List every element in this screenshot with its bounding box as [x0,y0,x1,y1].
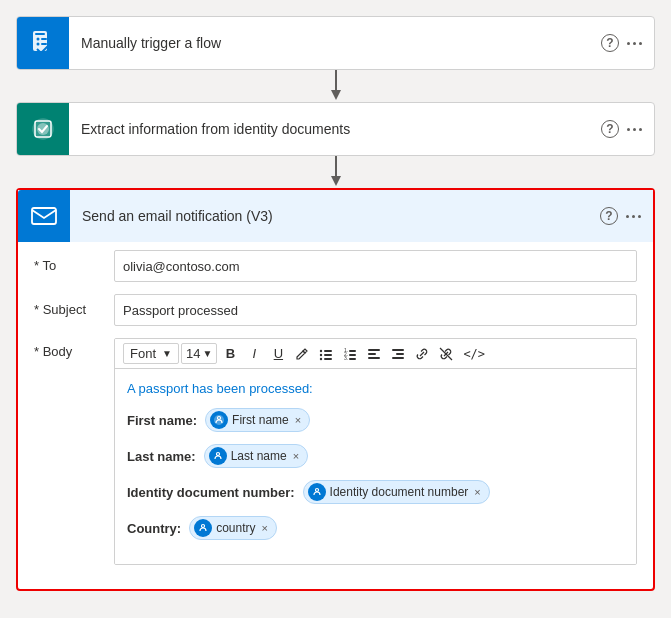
svg-rect-18 [324,354,332,356]
arrow-1 [326,70,346,102]
svg-point-36 [315,489,318,492]
id-number-token-text: Identity document number [330,485,469,499]
unlink-button[interactable] [435,345,457,363]
first-name-token-close[interactable]: × [295,414,301,426]
bold-button[interactable]: B [219,344,241,363]
svg-rect-30 [396,353,404,355]
font-select[interactable]: Font ▼ [123,343,179,364]
arrow-2 [326,156,346,188]
email-card-header: Send an email notification (V3) ? [18,190,653,242]
trigger-actions: ? [601,34,654,52]
extract-actions: ? [601,120,654,138]
svg-rect-25 [349,358,356,360]
svg-point-16 [320,357,322,359]
svg-rect-4 [41,38,47,40]
body-label: * Body [34,338,114,359]
svg-rect-19 [324,358,332,360]
svg-rect-24 [349,354,356,356]
svg-rect-13 [32,208,56,224]
extract-help-icon[interactable]: ? [601,120,619,138]
country-token-close[interactable]: × [262,522,268,534]
svg-point-14 [320,349,322,351]
svg-rect-5 [41,43,47,45]
svg-text:3.: 3. [344,355,348,361]
svg-point-15 [320,353,322,355]
svg-point-3 [37,43,40,46]
id-number-row: Identity document number: Identity docum… [127,480,624,504]
svg-rect-23 [349,350,356,352]
email-icon [18,190,70,242]
underline-button[interactable]: U [267,344,289,363]
ordered-list-button[interactable]: 1.2.3. [339,345,361,363]
email-card: Send an email notification (V3) ? * To *… [16,188,655,591]
first-name-label: First name: [127,413,197,428]
svg-rect-29 [392,349,404,351]
svg-rect-27 [368,353,376,355]
last-name-token-icon [209,447,227,465]
last-name-label: Last name: [127,449,196,464]
email-title: Send an email notification (V3) [70,208,600,224]
size-dropdown-arrow: ▼ [202,348,212,359]
svg-rect-31 [392,357,404,359]
country-label: Country: [127,521,181,536]
pen-button[interactable] [291,345,313,363]
body-row: * Body Font ▼ 14 ▼ B I U [34,338,637,565]
bullet-list-button[interactable] [315,345,337,363]
body-intro-text: A passport has been processed: [127,381,624,396]
size-select[interactable]: 14 ▼ [181,343,217,364]
country-token-text: country [216,521,255,535]
subject-row: * Subject [34,294,637,330]
extract-more-icon[interactable] [627,128,642,131]
svg-point-37 [202,525,205,528]
subject-label: * Subject [34,294,114,317]
id-number-label: Identity document number: [127,485,295,500]
first-name-row: First name: First name [127,408,624,432]
last-name-token[interactable]: Last name × [204,444,308,468]
first-name-token-icon [210,411,228,429]
align-right-button[interactable] [387,345,409,363]
flow-container: Manually trigger a flow ? [16,16,655,591]
email-actions: ? [600,207,653,225]
to-input[interactable] [114,250,637,282]
svg-rect-1 [35,33,45,35]
country-token[interactable]: country × [189,516,277,540]
last-name-token-text: Last name [231,449,287,463]
to-label: * To [34,250,114,273]
subject-input[interactable] [114,294,637,326]
first-name-token[interactable]: First name × [205,408,310,432]
last-name-token-close[interactable]: × [293,450,299,462]
svg-rect-17 [324,350,332,352]
id-number-token[interactable]: Identity document number × [303,480,490,504]
editor-content[interactable]: A passport has been processed: First nam… [115,369,636,564]
svg-rect-26 [368,349,380,351]
trigger-card: Manually trigger a flow ? [16,16,655,70]
svg-point-35 [216,453,219,456]
email-form: * To * Subject * Body Font ▼ [18,242,653,589]
align-left-button[interactable] [363,345,385,363]
last-name-row: Last name: Last name × [127,444,624,468]
id-number-token-close[interactable]: × [474,486,480,498]
svg-marker-12 [331,176,341,186]
trigger-more-icon[interactable] [627,42,642,45]
first-name-token-text: First name [232,413,289,427]
to-row: * To [34,250,637,286]
id-number-token-icon [308,483,326,501]
body-editor: Font ▼ 14 ▼ B I U [114,338,637,565]
email-help-icon[interactable]: ? [600,207,618,225]
code-button[interactable]: </> [459,345,489,363]
trigger-title: Manually trigger a flow [69,35,601,51]
link-button[interactable] [411,345,433,363]
extract-card: Extract information from identity docume… [16,102,655,156]
svg-rect-28 [368,357,380,359]
italic-button[interactable]: I [243,344,265,363]
country-row: Country: country × [127,516,624,540]
svg-point-2 [37,38,40,41]
font-dropdown-arrow: ▼ [162,348,172,359]
svg-marker-7 [331,90,341,100]
trigger-help-icon[interactable]: ? [601,34,619,52]
editor-toolbar: Font ▼ 14 ▼ B I U [115,339,636,369]
email-more-icon[interactable] [626,215,641,218]
country-token-icon [194,519,212,537]
extract-icon [17,103,69,155]
trigger-icon [17,17,69,69]
